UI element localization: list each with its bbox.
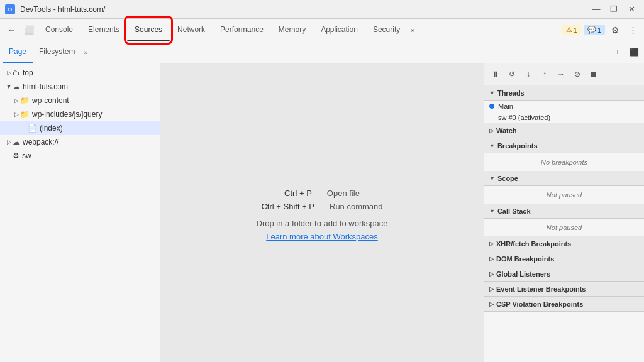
step-into-button[interactable]: ↓ [521, 67, 536, 82]
cloud-icon-webpack: ☁ [13, 138, 20, 146]
maximize-button[interactable]: ❐ [606, 2, 621, 17]
pause-button[interactable]: ⏸ [488, 67, 503, 82]
message-count: 1 [597, 26, 601, 34]
scope-arrow: ▼ [489, 175, 495, 182]
event-label: Event Listener Breakpoints [496, 285, 586, 293]
message-icon: 💬 [587, 26, 596, 34]
workspace-hints: Ctrl + P Open file Ctrl + Shift + P Run … [257, 185, 388, 241]
warning-icon: ⚠ [566, 26, 572, 34]
step-out-button[interactable]: ↑ [537, 67, 552, 82]
watch-label: Watch [496, 127, 517, 134]
gear-icon-sw: ⚙ [13, 151, 19, 160]
global-label: Global Listeners [496, 270, 550, 278]
tree-item-top[interactable]: ▷ 🗀 top [0, 66, 160, 80]
learn-more-link[interactable]: Learn more about Workspaces [266, 232, 378, 241]
section-header-threads[interactable]: ▼ Threads [484, 85, 644, 101]
workspace-drop-text: Drop in a folder to add to workspace [257, 219, 388, 228]
section-header-watch[interactable]: ▷ Watch [484, 123, 644, 138]
section-header-csp[interactable]: ▷ CSP Violation Breakpoints [484, 297, 644, 312]
tab-filesystem[interactable]: Filesystem [33, 41, 81, 63]
tab-performance[interactable]: Performance [213, 19, 271, 41]
tree-item-sw[interactable]: ⚙ sw [0, 149, 160, 163]
dont-pause-exceptions-button[interactable]: ⏹ [586, 67, 601, 82]
event-arrow: ▷ [489, 286, 494, 292]
section-header-global[interactable]: ▷ Global Listeners [484, 266, 644, 282]
sub-toolbar-icons: + ⬛ [610, 45, 641, 60]
watch-arrow: ▷ [489, 128, 494, 134]
tree-arrow-html-tuts: ▼ [5, 84, 13, 90]
scope-label: Scope [497, 175, 518, 182]
thread-sw0[interactable]: sw #0 (activated) [484, 112, 644, 123]
xhr-arrow: ▷ [489, 241, 494, 247]
tree-arrow-wp-includes: ▷ [13, 111, 20, 118]
back-button[interactable]: ← [3, 21, 20, 39]
new-snippet-icon[interactable]: + [610, 45, 625, 60]
tab-page[interactable]: Page [3, 41, 33, 63]
main-toolbar: ← ⬜ Console Elements Sources Network Per… [0, 19, 644, 41]
warning-badge: ⚠ 1 [562, 25, 581, 35]
right-panel: ⏸ ↺ ↓ ↑ → ⊘ ⏹ ▼ Threads Main sw #0 (acti… [484, 63, 644, 362]
file-tree-panel: ▷ 🗀 top ▼ ☁ html-tuts.com ▷ 📁 wp-content… [0, 63, 160, 362]
overflow-button[interactable]: ⋮ [624, 21, 641, 39]
dom-label: DOM Breakpoints [496, 255, 554, 263]
section-header-scope[interactable]: ▼ Scope [484, 171, 644, 186]
step-over-button[interactable]: ↺ [504, 67, 519, 82]
dock-button[interactable]: ⬜ [20, 21, 38, 39]
csp-arrow: ▷ [489, 301, 494, 307]
cloud-icon-html-tuts: ☁ [13, 82, 20, 91]
csp-label: CSP Violation Breakpoints [496, 300, 583, 308]
message-badge: 💬 1 [584, 25, 605, 35]
tab-memory[interactable]: Memory [271, 19, 313, 41]
deactivate-breakpoints-button[interactable]: ⊘ [570, 67, 585, 82]
debugger-toolbar: ⏸ ↺ ↓ ↑ → ⊘ ⏹ [484, 63, 644, 85]
global-arrow: ▷ [489, 271, 494, 277]
tab-elements[interactable]: Elements [80, 19, 127, 41]
tree-arrow-top: ▷ [5, 70, 13, 76]
breakpoints-empty: No breakpoints [484, 153, 644, 171]
tab-console[interactable]: Console [38, 19, 80, 41]
breakpoints-label: Breakpoints [497, 142, 538, 150]
threads-content: Main sw #0 (activated) [484, 101, 644, 123]
warning-count: 1 [574, 26, 577, 34]
section-header-event[interactable]: ▷ Event Listener Breakpoints [484, 282, 644, 297]
tab-application[interactable]: Application [313, 19, 365, 41]
tab-sources[interactable]: Sources [127, 19, 170, 41]
toggle-icon[interactable]: ⬛ [626, 45, 641, 60]
callstack-arrow: ▼ [489, 208, 495, 214]
tree-item-webpack[interactable]: ▷ ☁ webpack:// [0, 135, 160, 149]
thread-main[interactable]: Main [484, 101, 644, 112]
devtools-icon: D [5, 4, 15, 14]
tab-security[interactable]: Security [365, 19, 408, 41]
section-header-xhr[interactable]: ▷ XHR/fetch Breakpoints [484, 236, 644, 251]
section-header-breakpoints[interactable]: ▼ Breakpoints [484, 138, 644, 153]
callstack-empty: Not paused [484, 219, 644, 236]
settings-button[interactable]: ⚙ [606, 21, 624, 39]
xhr-label: XHR/fetch Breakpoints [496, 240, 571, 248]
window-controls: — ❐ ✕ [589, 2, 639, 17]
hint-open-key: Ctrl + P [284, 189, 312, 198]
threads-label: Threads [497, 89, 525, 97]
hint-command-key: Ctrl + Shift + P [261, 202, 314, 211]
tree-item-html-tuts[interactable]: ▼ ☁ html-tuts.com [0, 80, 160, 94]
hint-command-desc: Run command [330, 202, 383, 211]
close-button[interactable]: ✕ [624, 2, 639, 17]
tree-item-index[interactable]: 📄 (index) [0, 121, 160, 135]
more-tabs-button[interactable]: » [408, 25, 417, 35]
workspace-hint-panel: Ctrl + P Open file Ctrl + Shift + P Run … [160, 63, 484, 362]
window-title: DevTools - html-tuts.com/ [20, 5, 584, 14]
step-button[interactable]: → [553, 67, 569, 82]
tree-item-wp-includes[interactable]: ▷ 📁 wp-includes/js/jquery [0, 107, 160, 121]
tab-network[interactable]: Network [170, 19, 213, 41]
more-subtabs-button[interactable]: » [81, 48, 90, 56]
tree-item-wp-content[interactable]: ▷ 📁 wp-content [0, 94, 160, 107]
thread-dot-main [489, 104, 494, 109]
minimize-button[interactable]: — [589, 2, 604, 17]
file-icon-index: 📄 [28, 124, 37, 133]
file-tree: ▷ 🗀 top ▼ ☁ html-tuts.com ▷ 📁 wp-content… [0, 63, 160, 165]
folder-icon-wp-includes: 📁 [20, 110, 30, 119]
folder-icon-wp-content: 📁 [20, 96, 30, 105]
section-header-dom[interactable]: ▷ DOM Breakpoints [484, 251, 644, 266]
section-header-callstack[interactable]: ▼ Call Stack [484, 204, 644, 219]
dom-arrow: ▷ [489, 256, 494, 262]
hint-row-command: Ctrl + Shift + P Run command [257, 202, 388, 211]
